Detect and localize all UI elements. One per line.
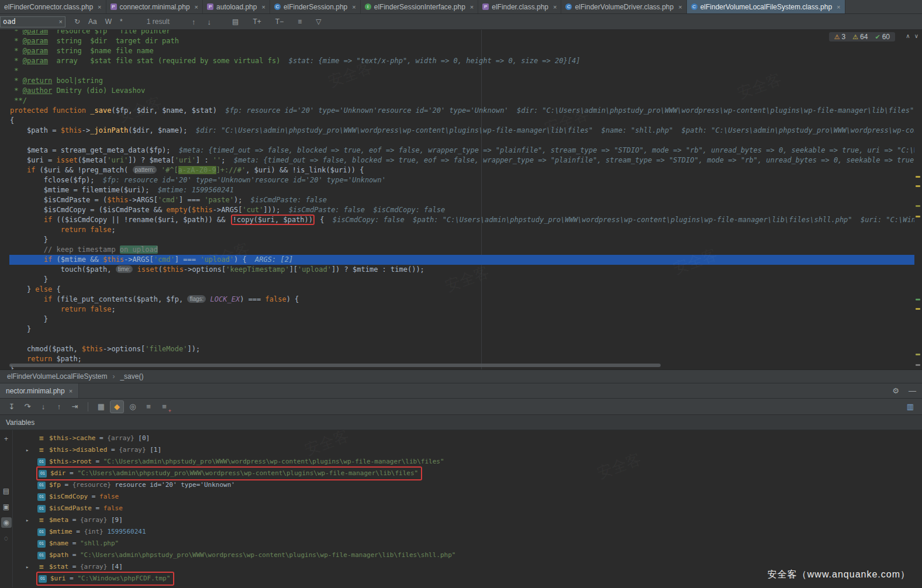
- execution-line[interactable]: if ($mtime && $this->ARGS['cmd'] === 'up…: [9, 255, 914, 265]
- code-line[interactable]: if (file_put_contents($path, $fp, flags:…: [9, 295, 914, 305]
- code-line[interactable]: return $path;: [9, 354, 914, 364]
- settings-gear-icon[interactable]: ⚙: [892, 386, 899, 395]
- code-line[interactable]: $uri = isset($meta['uri']) ? $meta['uri'…: [9, 155, 914, 165]
- pin-tab-icon[interactable]: ▣: [1, 501, 12, 512]
- regex-toggle[interactable]: *: [118, 17, 125, 26]
- error-stripe-mark[interactable]: [916, 299, 920, 300]
- error-stripe-mark[interactable]: [916, 308, 920, 310]
- remove-occurrence-icon[interactable]: T−: [273, 17, 286, 26]
- variable-row[interactable]: ≡$this->cache = {array} [0]: [13, 433, 922, 444]
- code-line[interactable]: if (($isCmdCopy || !rename($uri, $path))…: [9, 215, 914, 225]
- show-variables-icon[interactable]: ≡: [141, 400, 156, 413]
- step-out-icon[interactable]: ↑: [52, 400, 66, 413]
- code-editor[interactable]: * @param resource $fp file pointer * @pa…: [0, 30, 922, 370]
- hide-tool-window-icon[interactable]: —: [909, 386, 916, 395]
- variable-row[interactable]: 01$this->root = "C:\Users\admin\phpstudy…: [13, 456, 922, 468]
- code-line[interactable]: return false;: [9, 225, 914, 235]
- code-line[interactable]: if ($uri && !preg_match( pattern: '#^[a-…: [9, 165, 914, 175]
- select-all-occurrences-icon[interactable]: ▤: [230, 17, 241, 26]
- inspection-warnings[interactable]: ⚠ 64: [852, 33, 868, 41]
- error-stripe-mark[interactable]: [916, 216, 920, 217]
- variable-row[interactable]: 01$name = "shll.php": [13, 538, 922, 549]
- breadcrumb-item[interactable]: _save(): [120, 372, 143, 381]
- view-breakpoints-icon[interactable]: ◉: [1, 517, 12, 528]
- code-line[interactable]: *: [9, 66, 914, 76]
- code-line[interactable]: chmod($path, $this->options['fileMode'])…: [9, 344, 914, 354]
- variable-row[interactable]: 01$isCmdPaste = false: [13, 503, 922, 514]
- variable-row[interactable]: ▸≡$this->disabled = {array} [1]: [13, 444, 922, 456]
- editor-tab[interactable]: CelFinderVolumeLocalFileSystem.class.php…: [687, 0, 845, 13]
- variable-row[interactable]: ▸≡$meta = {array} [9]: [13, 514, 922, 526]
- code-line[interactable]: } else {: [9, 285, 914, 295]
- evaluate-expression-icon[interactable]: ◎: [126, 400, 140, 413]
- code-line[interactable]: $isCmdPaste = ($this->ARGS['cmd'] === 'p…: [9, 195, 914, 205]
- code-line[interactable]: return false;: [9, 305, 914, 314]
- error-stripe-mark[interactable]: [916, 364, 920, 366]
- filter-results-icon[interactable]: ▽: [313, 17, 323, 26]
- horizontal-scrollbar[interactable]: [9, 364, 661, 367]
- add-occurrence-icon[interactable]: T+: [250, 17, 263, 26]
- error-stripe-mark[interactable]: [916, 354, 920, 355]
- error-stripe-mark[interactable]: [916, 185, 920, 187]
- step-over-icon[interactable]: ↷: [20, 400, 34, 413]
- debug-session-tab[interactable]: nector.minimal.php ×: [0, 383, 79, 398]
- inspections-widget[interactable]: ⚠ 3 ⚠ 64 ✔ 60: [829, 32, 895, 41]
- search-input[interactable]: oad ×: [0, 16, 65, 27]
- run-to-cursor-icon[interactable]: ⇥: [68, 400, 82, 413]
- variable-row[interactable]: 01$isCmdCopy = false: [13, 491, 922, 503]
- editor-tab[interactable]: IelFinderSessionInterface.php×: [361, 0, 479, 13]
- variables-tree[interactable]: ≡$this->cache = {array} [0]▸≡$this->disa…: [13, 430, 922, 587]
- variable-row[interactable]: 01$mtime = {int} 1599560241: [13, 526, 922, 538]
- prev-occurrence-icon[interactable]: ↑: [189, 17, 198, 27]
- close-tab-icon[interactable]: ×: [261, 4, 265, 11]
- code-line[interactable]: $mtime = filemtime($uri); $mtime: 159956…: [9, 185, 914, 195]
- mute-breakpoints-icon[interactable]: ◌: [1, 533, 12, 544]
- code-area[interactable]: * @param resource $fp file pointer * @pa…: [9, 30, 914, 369]
- expand-icon[interactable]: ▸: [26, 561, 37, 573]
- code-line[interactable]: **/: [9, 96, 914, 106]
- inspection-passed[interactable]: ✔ 60: [875, 33, 890, 41]
- variable-row[interactable]: 01$fp = {resource} resource id='20' type…: [13, 479, 922, 491]
- variable-row[interactable]: 01$dir = "C:\Users\admin\phpstudy_pro\WW…: [13, 468, 922, 479]
- code-line[interactable]: * @return bool|string: [9, 76, 914, 86]
- code-line[interactable]: fclose($fp); $fp: resource id='20' type=…: [9, 175, 914, 185]
- step-into-icon[interactable]: ↓: [36, 400, 50, 413]
- code-line[interactable]: * @author Dmitry (dio) Levashov: [9, 86, 914, 96]
- close-tab-icon[interactable]: ×: [195, 4, 198, 11]
- whole-words-toggle[interactable]: W: [103, 17, 114, 26]
- code-line[interactable]: $path = $this->_joinPath($dir, $name); $…: [9, 126, 914, 136]
- prev-problem-icon[interactable]: ∧: [906, 33, 910, 39]
- add-to-watches-icon[interactable]: ≡+: [157, 400, 171, 413]
- code-line[interactable]: protected function _save($fp, $dir, $nam…: [9, 106, 914, 116]
- editor-tab[interactable]: CelFinderSession.php×: [270, 0, 361, 13]
- error-stripe-mark[interactable]: [916, 176, 920, 178]
- code-line[interactable]: }: [9, 314, 914, 324]
- close-tab-icon[interactable]: ×: [352, 4, 355, 11]
- add-watch-icon[interactable]: +: [1, 434, 12, 444]
- inspection-errors[interactable]: ⚠ 3: [834, 33, 846, 41]
- editor-tab[interactable]: PelFinder.class.php×: [478, 0, 561, 13]
- code-line[interactable]: * @param array $stat file stat (required…: [9, 56, 914, 66]
- code-line[interactable]: $meta = stream_get_meta_data($fp); $meta…: [9, 146, 914, 155]
- code-line[interactable]: * @param string $name file name: [9, 46, 914, 56]
- show-execution-point-icon[interactable]: ↧: [5, 400, 19, 413]
- code-line[interactable]: * @param resource $fp file pointer: [9, 30, 914, 36]
- code-line[interactable]: [9, 136, 914, 146]
- code-line[interactable]: }: [9, 275, 914, 285]
- close-tab-icon[interactable]: ×: [98, 4, 101, 11]
- editor-tab[interactable]: Pautoload.php×: [203, 0, 270, 13]
- code-line[interactable]: [9, 334, 914, 344]
- code-line[interactable]: {: [9, 116, 914, 126]
- close-tab-icon[interactable]: ×: [470, 4, 474, 11]
- error-stripe[interactable]: [914, 30, 922, 369]
- next-occurrence-icon[interactable]: ↓: [205, 17, 214, 27]
- breadcrumb-item[interactable]: elFinderVolumeLocalFileSystem: [7, 372, 107, 381]
- refresh-search-icon[interactable]: ↻: [72, 17, 82, 26]
- code-line[interactable]: // keep timestamp on upload: [9, 245, 914, 255]
- clear-search-icon[interactable]: ×: [59, 18, 63, 25]
- close-tab-icon[interactable]: ×: [678, 4, 682, 11]
- variable-row[interactable]: 01$path = "C:\Users\admin\phpstudy_pro\W…: [13, 549, 922, 561]
- error-stripe-mark[interactable]: [916, 205, 920, 207]
- code-line[interactable]: }: [9, 324, 914, 334]
- match-case-toggle[interactable]: Aa: [86, 17, 99, 26]
